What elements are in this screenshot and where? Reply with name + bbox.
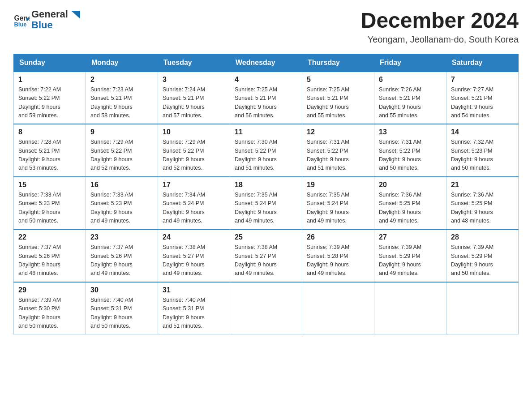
calendar-cell: 19 Sunrise: 7:35 AM Sunset: 5:24 PM Dayl… bbox=[302, 177, 374, 230]
calendar-cell: 6 Sunrise: 7:26 AM Sunset: 5:21 PM Dayli… bbox=[374, 72, 446, 124]
day-info: Sunrise: 7:33 AM Sunset: 5:23 PM Dayligh… bbox=[90, 191, 153, 226]
calendar-cell: 13 Sunrise: 7:31 AM Sunset: 5:22 PM Dayl… bbox=[374, 124, 446, 177]
day-number: 1 bbox=[18, 76, 81, 84]
calendar-cell: 4 Sunrise: 7:25 AM Sunset: 5:21 PM Dayli… bbox=[230, 72, 302, 124]
day-info: Sunrise: 7:28 AM Sunset: 5:21 PM Dayligh… bbox=[18, 138, 81, 173]
calendar-cell: 15 Sunrise: 7:33 AM Sunset: 5:23 PM Dayl… bbox=[14, 177, 86, 230]
calendar-cell: 12 Sunrise: 7:31 AM Sunset: 5:22 PM Dayl… bbox=[302, 124, 374, 177]
calendar-cell bbox=[302, 282, 374, 334]
day-info: Sunrise: 7:36 AM Sunset: 5:25 PM Dayligh… bbox=[379, 191, 442, 226]
day-number: 17 bbox=[163, 181, 225, 189]
day-number: 7 bbox=[451, 76, 514, 84]
calendar-cell: 24 Sunrise: 7:38 AM Sunset: 5:27 PM Dayl… bbox=[158, 229, 230, 282]
day-number: 13 bbox=[379, 128, 442, 136]
calendar-cell: 5 Sunrise: 7:25 AM Sunset: 5:21 PM Dayli… bbox=[302, 72, 374, 124]
day-number: 6 bbox=[379, 76, 442, 84]
day-number: 10 bbox=[163, 128, 225, 136]
day-info: Sunrise: 7:39 AM Sunset: 5:28 PM Dayligh… bbox=[307, 243, 369, 278]
logo-area: General Blue General Blue bbox=[13, 9, 81, 30]
calendar-cell: 8 Sunrise: 7:28 AM Sunset: 5:21 PM Dayli… bbox=[14, 124, 86, 177]
day-info: Sunrise: 7:35 AM Sunset: 5:24 PM Dayligh… bbox=[235, 191, 297, 226]
logo-general: General bbox=[31, 9, 68, 20]
day-number: 8 bbox=[18, 128, 81, 136]
calendar-cell: 7 Sunrise: 7:27 AM Sunset: 5:21 PM Dayli… bbox=[446, 72, 519, 124]
day-info: Sunrise: 7:39 AM Sunset: 5:30 PM Dayligh… bbox=[18, 296, 81, 331]
day-number: 26 bbox=[307, 233, 369, 241]
calendar-cell: 23 Sunrise: 7:37 AM Sunset: 5:26 PM Dayl… bbox=[86, 229, 158, 282]
day-number: 19 bbox=[307, 181, 369, 189]
day-info: Sunrise: 7:37 AM Sunset: 5:26 PM Dayligh… bbox=[18, 243, 81, 278]
day-info: Sunrise: 7:25 AM Sunset: 5:21 PM Dayligh… bbox=[307, 86, 369, 120]
day-number: 25 bbox=[235, 233, 297, 241]
day-info: Sunrise: 7:30 AM Sunset: 5:22 PM Dayligh… bbox=[235, 138, 297, 173]
month-title: December 2024 bbox=[361, 9, 519, 33]
calendar-cell: 17 Sunrise: 7:34 AM Sunset: 5:24 PM Dayl… bbox=[158, 177, 230, 230]
calendar-week-row: 15 Sunrise: 7:33 AM Sunset: 5:23 PM Dayl… bbox=[14, 177, 519, 230]
calendar-table: SundayMondayTuesdayWednesdayThursdayFrid… bbox=[13, 54, 519, 335]
day-number: 21 bbox=[451, 181, 514, 189]
calendar-cell: 28 Sunrise: 7:39 AM Sunset: 5:29 PM Dayl… bbox=[446, 229, 519, 282]
calendar-cell bbox=[446, 282, 519, 334]
day-info: Sunrise: 7:33 AM Sunset: 5:23 PM Dayligh… bbox=[18, 191, 81, 226]
calendar-cell: 22 Sunrise: 7:37 AM Sunset: 5:26 PM Dayl… bbox=[14, 229, 86, 282]
day-number: 16 bbox=[90, 181, 153, 189]
calendar-cell: 27 Sunrise: 7:39 AM Sunset: 5:29 PM Dayl… bbox=[374, 229, 446, 282]
calendar-cell: 3 Sunrise: 7:24 AM Sunset: 5:21 PM Dayli… bbox=[158, 72, 230, 124]
day-number: 27 bbox=[379, 233, 442, 241]
logo-blue: Blue bbox=[31, 20, 81, 30]
page-header: General Blue General Blue December 2024 … bbox=[13, 9, 519, 45]
calendar-cell: 10 Sunrise: 7:29 AM Sunset: 5:22 PM Dayl… bbox=[158, 124, 230, 177]
weekday-header-monday: Monday bbox=[86, 54, 158, 72]
calendar-cell: 18 Sunrise: 7:35 AM Sunset: 5:24 PM Dayl… bbox=[230, 177, 302, 230]
calendar-cell: 21 Sunrise: 7:36 AM Sunset: 5:25 PM Dayl… bbox=[446, 177, 519, 230]
weekday-header-thursday: Thursday bbox=[302, 54, 374, 72]
calendar-cell: 2 Sunrise: 7:23 AM Sunset: 5:21 PM Dayli… bbox=[86, 72, 158, 124]
calendar-week-row: 29 Sunrise: 7:39 AM Sunset: 5:30 PM Dayl… bbox=[14, 282, 519, 334]
day-info: Sunrise: 7:31 AM Sunset: 5:22 PM Dayligh… bbox=[379, 138, 442, 173]
title-area: December 2024 Yeongam, Jeollanam-do, Sou… bbox=[361, 9, 519, 45]
svg-text:Blue: Blue bbox=[14, 21, 26, 28]
calendar-cell: 31 Sunrise: 7:40 AM Sunset: 5:31 PM Dayl… bbox=[158, 282, 230, 334]
calendar-cell: 1 Sunrise: 7:22 AM Sunset: 5:22 PM Dayli… bbox=[14, 72, 86, 124]
day-number: 22 bbox=[18, 233, 81, 241]
day-info: Sunrise: 7:27 AM Sunset: 5:21 PM Dayligh… bbox=[451, 86, 514, 120]
day-info: Sunrise: 7:39 AM Sunset: 5:29 PM Dayligh… bbox=[379, 243, 442, 278]
calendar-week-row: 22 Sunrise: 7:37 AM Sunset: 5:26 PM Dayl… bbox=[14, 229, 519, 282]
day-info: Sunrise: 7:35 AM Sunset: 5:24 PM Dayligh… bbox=[307, 191, 369, 226]
day-info: Sunrise: 7:26 AM Sunset: 5:21 PM Dayligh… bbox=[379, 86, 442, 120]
calendar-cell: 20 Sunrise: 7:36 AM Sunset: 5:25 PM Dayl… bbox=[374, 177, 446, 230]
calendar-cell: 26 Sunrise: 7:39 AM Sunset: 5:28 PM Dayl… bbox=[302, 229, 374, 282]
day-info: Sunrise: 7:40 AM Sunset: 5:31 PM Dayligh… bbox=[90, 296, 153, 331]
calendar-week-row: 8 Sunrise: 7:28 AM Sunset: 5:21 PM Dayli… bbox=[14, 124, 519, 177]
day-number: 14 bbox=[451, 128, 514, 136]
weekday-header-saturday: Saturday bbox=[446, 54, 519, 72]
day-info: Sunrise: 7:38 AM Sunset: 5:27 PM Dayligh… bbox=[163, 243, 225, 278]
calendar-cell: 30 Sunrise: 7:40 AM Sunset: 5:31 PM Dayl… bbox=[86, 282, 158, 334]
calendar-cell: 9 Sunrise: 7:29 AM Sunset: 5:22 PM Dayli… bbox=[86, 124, 158, 177]
day-number: 4 bbox=[235, 76, 297, 84]
calendar-cell: 16 Sunrise: 7:33 AM Sunset: 5:23 PM Dayl… bbox=[86, 177, 158, 230]
day-info: Sunrise: 7:38 AM Sunset: 5:27 PM Dayligh… bbox=[235, 243, 297, 278]
day-info: Sunrise: 7:29 AM Sunset: 5:22 PM Dayligh… bbox=[163, 138, 225, 173]
day-info: Sunrise: 7:31 AM Sunset: 5:22 PM Dayligh… bbox=[307, 138, 369, 173]
day-number: 24 bbox=[163, 233, 225, 241]
calendar-cell: 14 Sunrise: 7:32 AM Sunset: 5:23 PM Dayl… bbox=[446, 124, 519, 177]
location-subtitle: Yeongam, Jeollanam-do, South Korea bbox=[361, 34, 519, 45]
day-number: 9 bbox=[90, 128, 153, 136]
day-number: 3 bbox=[163, 76, 225, 84]
day-number: 12 bbox=[307, 128, 369, 136]
weekday-header-wednesday: Wednesday bbox=[230, 54, 302, 72]
calendar-cell: 25 Sunrise: 7:38 AM Sunset: 5:27 PM Dayl… bbox=[230, 229, 302, 282]
logo-icon: General Blue bbox=[13, 12, 30, 28]
day-number: 28 bbox=[451, 233, 514, 241]
day-number: 11 bbox=[235, 128, 297, 136]
day-info: Sunrise: 7:39 AM Sunset: 5:29 PM Dayligh… bbox=[451, 243, 514, 278]
day-number: 2 bbox=[90, 76, 153, 84]
calendar-cell bbox=[374, 282, 446, 334]
calendar-cell: 11 Sunrise: 7:30 AM Sunset: 5:22 PM Dayl… bbox=[230, 124, 302, 177]
weekday-header-sunday: Sunday bbox=[14, 54, 86, 72]
svg-marker-3 bbox=[71, 11, 80, 19]
calendar-cell bbox=[230, 282, 302, 334]
day-number: 15 bbox=[18, 181, 81, 189]
day-info: Sunrise: 7:23 AM Sunset: 5:21 PM Dayligh… bbox=[90, 86, 153, 120]
